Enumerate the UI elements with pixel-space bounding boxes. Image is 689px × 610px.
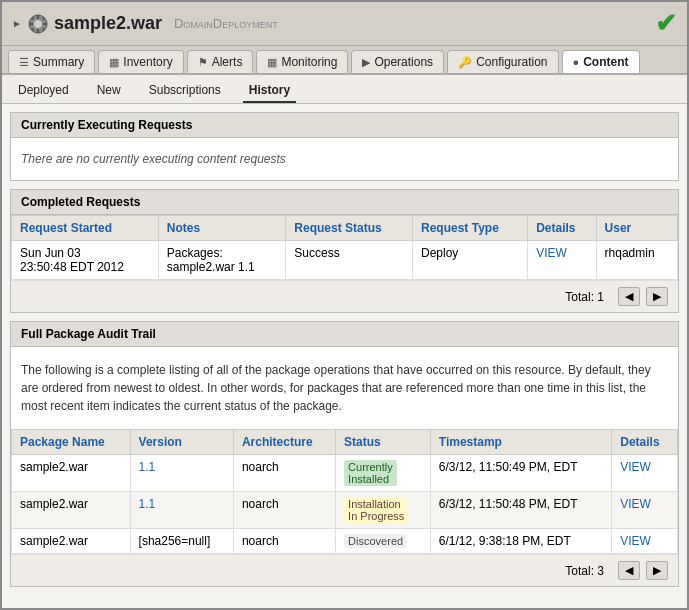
expand-icon[interactable]: ► [12,18,22,29]
status-badge-discovered: Discovered [344,534,407,548]
tab-operations-label: Operations [374,55,433,69]
tab-summary[interactable]: ☰ Summary [8,50,95,73]
prev-page-button[interactable]: ◀ [618,287,640,306]
summary-tab-icon: ☰ [19,56,29,69]
audit-view-link-3[interactable]: VIEW [620,534,651,548]
table-row: sample2.war [sha256=null] noarch Discove… [12,529,678,554]
main-window: ► sample2.war DomainDeployment ✔ ☰ Summa… [0,0,689,610]
current-requests-body: There are no currently executing content… [11,138,678,180]
subtab-subscriptions-label: Subscriptions [149,83,221,97]
col-notes: Notes [158,216,286,241]
request-started-cell: Sun Jun 0323:50:48 EDT 2012 [12,241,159,280]
audit-timestamp: 6/3/12, 11:50:49 PM, EDT [430,455,611,492]
view-link[interactable]: VIEW [536,246,567,260]
audit-package-name-2: sample2.war [12,492,131,529]
audit-col-details: Details [612,430,678,455]
col-request-status: Request Status [286,216,413,241]
audit-status-2: InstallationIn Progress [336,492,431,529]
audit-architecture-2: noarch [233,492,335,529]
audit-package-name-3: sample2.war [12,529,131,554]
completed-total: Total: 1 [21,290,604,304]
user-cell: rhqadmin [596,241,677,280]
sub-tabs: Deployed New Subscriptions History [2,75,687,104]
subtab-deployed-label: Deployed [18,83,69,97]
notes-cell: Packages:sample2.war 1.1 [158,241,286,280]
tab-operations[interactable]: ▶ Operations [351,50,444,73]
col-user: User [596,216,677,241]
tab-configuration[interactable]: 🔑 Configuration [447,50,558,73]
audit-body: The following is a complete listing of a… [11,347,678,429]
audit-next-page-button[interactable]: ▶ [646,561,668,580]
audit-table-wrapper: Package Name Version Architecture Status… [11,429,678,586]
tab-monitoring-label: Monitoring [281,55,337,69]
subtab-deployed[interactable]: Deployed [12,79,75,103]
table-row: sample2.war 1.1 noarch InstallationIn Pr… [12,492,678,529]
audit-header: Full Package Audit Trail [11,322,678,347]
tab-inventory-label: Inventory [123,55,172,69]
subtab-history-label: History [249,83,290,97]
request-status-cell: Success [286,241,413,280]
audit-col-status: Status [336,430,431,455]
audit-timestamp-3: 6/1/12, 9:38:18 PM, EDT [430,529,611,554]
status-checkmark: ✔ [655,8,677,39]
audit-table: Package Name Version Architecture Status… [11,429,678,554]
audit-col-version: Version [130,430,233,455]
audit-col-package: Package Name [12,430,131,455]
completed-requests-section: Completed Requests Request Started Notes… [10,189,679,313]
table-row: sample2.war 1.1 noarch CurrentlyInstalle… [12,455,678,492]
audit-description: The following is a complete listing of a… [21,355,668,421]
svg-rect-4 [29,23,33,25]
monitoring-tab-icon: ▦ [267,56,277,69]
audit-architecture: noarch [233,455,335,492]
audit-col-architecture: Architecture [233,430,335,455]
nav-tabs: ☰ Summary ▦ Inventory ⚑ Alerts ▦ Monitor… [2,46,687,75]
request-type-cell: Deploy [413,241,528,280]
audit-version-2: 1.1 [130,492,233,529]
content-tab-icon: ● [573,56,580,68]
audit-status-3: Discovered [336,529,431,554]
status-badge-inprogress: InstallationIn Progress [344,497,408,523]
tab-monitoring[interactable]: ▦ Monitoring [256,50,348,73]
tab-inventory[interactable]: ▦ Inventory [98,50,183,73]
svg-rect-3 [37,29,39,33]
subtab-history[interactable]: History [243,79,296,103]
audit-timestamp-2: 6/3/12, 11:50:48 PM, EDT [430,492,611,529]
audit-details-2: VIEW [612,492,678,529]
app-title: sample2.war [54,13,162,34]
status-badge-installed: CurrentlyInstalled [344,460,397,486]
audit-version: 1.1 [130,455,233,492]
col-details: Details [528,216,596,241]
col-request-type: Request Type [413,216,528,241]
operations-tab-icon: ▶ [362,56,370,69]
content-area: Currently Executing Requests There are n… [2,104,687,608]
audit-version-3: [sha256=null] [130,529,233,554]
tab-configuration-label: Configuration [476,55,547,69]
svg-rect-5 [43,23,47,25]
details-cell: VIEW [528,241,596,280]
svg-rect-2 [37,15,39,19]
titlebar-left: ► sample2.war DomainDeployment [12,13,278,34]
svg-point-1 [34,20,42,28]
audit-col-timestamp: Timestamp [430,430,611,455]
tab-content-label: Content [583,55,628,69]
audit-total: Total: 3 [21,564,604,578]
subtab-subscriptions[interactable]: Subscriptions [143,79,227,103]
audit-status: CurrentlyInstalled [336,455,431,492]
next-page-button[interactable]: ▶ [646,287,668,306]
titlebar: ► sample2.war DomainDeployment ✔ [2,2,687,46]
app-subtitle: DomainDeployment [174,16,278,31]
audit-prev-page-button[interactable]: ◀ [618,561,640,580]
audit-package-name: sample2.war [12,455,131,492]
audit-details: VIEW [612,455,678,492]
tab-content[interactable]: ● Content [562,50,640,73]
subtab-new[interactable]: New [91,79,127,103]
gear-icon [28,14,48,34]
audit-view-link-1[interactable]: VIEW [620,460,651,474]
table-row: Sun Jun 0323:50:48 EDT 2012 Packages:sam… [12,241,678,280]
tab-summary-label: Summary [33,55,84,69]
audit-view-link-2[interactable]: VIEW [620,497,651,511]
tab-alerts[interactable]: ⚑ Alerts [187,50,254,73]
col-request-started: Request Started [12,216,159,241]
current-requests-section: Currently Executing Requests There are n… [10,112,679,181]
inventory-tab-icon: ▦ [109,56,119,69]
